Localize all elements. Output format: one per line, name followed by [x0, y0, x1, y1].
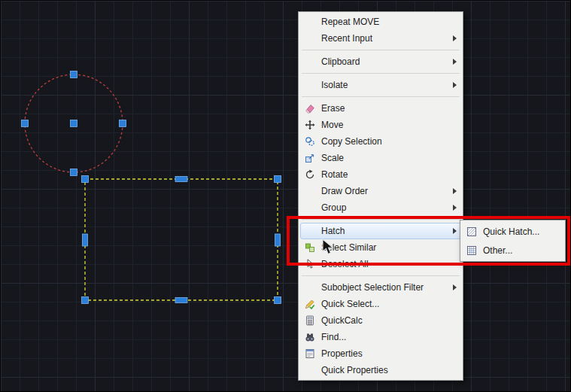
menu-item-label: QuickCalc [321, 315, 457, 326]
submenu-arrow-icon [453, 228, 457, 234]
menu-item-label: Deselect All [321, 259, 457, 269]
menu-item-move[interactable]: Move [300, 117, 461, 133]
selection-grip[interactable] [120, 120, 126, 127]
move-icon [303, 119, 317, 131]
drawing-layer [1, 1, 571, 392]
menu-item-recent-input[interactable]: Recent Input [300, 30, 461, 47]
menu-item-quick-hatch[interactable]: Quick Hatch... [462, 222, 563, 241]
copy-selection-icon [303, 135, 317, 147]
menu-item-label: Hatch [321, 226, 447, 236]
other-hatch-icon [465, 245, 478, 257]
menu-item-draw-order[interactable]: Draw Order [300, 183, 461, 199]
icon-placeholder [303, 281, 317, 293]
menu-item-quick-properties[interactable]: Quick Properties [300, 362, 461, 378]
selected-rectangle[interactable] [85, 179, 278, 300]
quick-hatch-icon [465, 226, 478, 238]
autocad-drawing-area[interactable]: Repeat MOVERecent InputClipboardIsolateE… [0, 0, 571, 392]
menu-item-label: Rotate [321, 169, 457, 180]
submenu-arrow-icon [453, 82, 457, 88]
menu-item-other[interactable]: Other... [462, 241, 563, 260]
icon-placeholder [303, 32, 317, 44]
icon-placeholder [303, 225, 317, 237]
menu-item-copy-selection[interactable]: Copy Selection [300, 133, 461, 150]
submenu-arrow-icon [453, 35, 457, 41]
selection-grip[interactable] [275, 297, 281, 304]
selection-grips [22, 71, 281, 304]
selection-grip[interactable] [71, 169, 77, 176]
find-icon [303, 331, 317, 343]
menu-item-properties[interactable]: Properties [300, 345, 461, 362]
menu-item-label: Draw Order [321, 186, 447, 196]
menu-item-hatch[interactable]: Hatch [300, 223, 461, 239]
selection-grip[interactable] [82, 176, 89, 183]
menu-item-find[interactable]: Find... [300, 329, 461, 345]
selection-grip[interactable] [71, 120, 77, 127]
hatch-submenu: Quick Hatch...Other... [460, 220, 566, 262]
icon-placeholder [303, 185, 317, 197]
selection-grip[interactable] [175, 298, 187, 303]
menu-item-label: Other... [483, 245, 559, 256]
selection-grip[interactable] [82, 297, 89, 304]
quick-select-icon [303, 298, 317, 310]
menu-item-label: Select Similar [321, 242, 457, 253]
mouse-cursor [321, 239, 336, 257]
menu-separator [302, 96, 460, 97]
menu-item-label: Quick Select... [321, 299, 457, 309]
menu-item-label: Quick Hatch... [483, 226, 559, 237]
eraser-icon [303, 102, 317, 114]
menu-item-subobject-selection-filter[interactable]: Subobject Selection Filter [300, 279, 461, 296]
menu-item-label: Erase [321, 103, 457, 114]
quickcalc-icon [303, 315, 317, 327]
menu-item-label: Copy Selection [321, 136, 457, 147]
menu-item-clipboard[interactable]: Clipboard [300, 53, 461, 70]
menu-separator [302, 275, 460, 276]
submenu-arrow-icon [453, 284, 457, 290]
menu-item-label: Clipboard [321, 56, 447, 67]
menu-item-isolate[interactable]: Isolate [300, 77, 461, 93]
menu-item-label: Repeat MOVE [321, 17, 457, 27]
menu-item-quick-select[interactable]: Quick Select... [300, 296, 461, 312]
selection-grip[interactable] [83, 234, 88, 246]
select-similar-icon [303, 242, 317, 254]
properties-icon [303, 348, 317, 360]
menu-item-label: Recent Input [321, 33, 447, 44]
selection-grip[interactable] [275, 176, 281, 183]
menu-item-label: Properties [321, 348, 457, 359]
submenu-arrow-icon [453, 188, 457, 194]
menu-item-erase[interactable]: Erase [300, 100, 461, 117]
icon-placeholder [303, 56, 317, 68]
menu-item-quickcalc[interactable]: QuickCalc [300, 312, 461, 329]
submenu-arrow-icon [453, 59, 457, 65]
scale-icon [303, 152, 317, 164]
selection-grip[interactable] [22, 120, 29, 127]
rotate-icon [303, 169, 317, 181]
menu-item-label: Subobject Selection Filter [321, 282, 447, 293]
menu-item-deselect-all[interactable]: Deselect All [300, 256, 461, 272]
menu-item-label: Move [321, 120, 457, 130]
selection-grip[interactable] [175, 177, 187, 182]
deselect-cursor-icon [303, 258, 317, 270]
icon-placeholder [303, 16, 317, 28]
menu-item-label: Quick Properties [321, 365, 457, 375]
icon-placeholder [303, 79, 317, 91]
menu-item-label: Find... [321, 332, 457, 342]
submenu-arrow-icon [453, 205, 457, 211]
menu-item-scale[interactable]: Scale [300, 150, 461, 166]
menu-item-group[interactable]: Group [300, 199, 461, 216]
icon-placeholder [303, 202, 317, 214]
menu-item-repeat-move[interactable]: Repeat MOVE [300, 14, 461, 30]
menu-item-label: Scale [321, 153, 457, 163]
menu-item-label: Isolate [321, 80, 447, 90]
menu-separator [302, 219, 460, 220]
menu-separator [302, 50, 460, 50]
selection-grip[interactable] [275, 234, 281, 246]
menu-item-rotate[interactable]: Rotate [300, 166, 461, 183]
icon-placeholder [303, 364, 317, 376]
context-menu: Repeat MOVERecent InputClipboardIsolateE… [298, 11, 463, 381]
menu-separator [302, 73, 460, 74]
menu-item-label: Group [321, 202, 447, 213]
selection-grip[interactable] [71, 71, 77, 78]
